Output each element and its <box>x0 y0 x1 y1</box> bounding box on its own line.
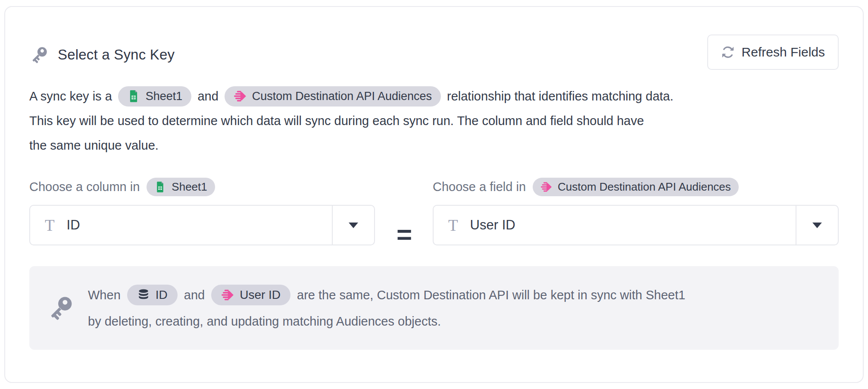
column-select-value-zone: T ID <box>30 206 332 245</box>
description-line-3: the same unique value. <box>29 133 839 158</box>
custom-destination-arrow-icon <box>221 289 234 301</box>
equals-sign: = <box>397 221 411 248</box>
description-prefix: A sync key is a <box>29 89 112 104</box>
caret-down-icon <box>349 223 358 228</box>
caret-down-icon <box>812 223 822 228</box>
column-picker-source-badge: Sheet1 <box>147 178 215 196</box>
column-picker-label: Choose a column in Sheet1 <box>29 178 375 196</box>
google-sheets-icon <box>127 90 140 103</box>
sync-key-pickers: Choose a column in Sheet1 Choose a field… <box>29 178 839 245</box>
field-key-badge-label: User ID <box>240 288 281 302</box>
column-select-caret-zone[interactable] <box>332 206 374 245</box>
panel-header: Select a Sync Key Refresh Fields <box>29 35 839 70</box>
refresh-fields-label: Refresh Fields <box>742 45 825 60</box>
field-select[interactable]: T User ID <box>433 205 839 245</box>
summary-line-2: by deleting, creating, and updating matc… <box>88 308 685 334</box>
field-picker-label: Choose a field in Custom Destination API… <box>433 178 839 196</box>
key-icon <box>29 45 49 65</box>
field-picker-destination-badge: Custom Destination API Audiences <box>533 178 739 196</box>
refresh-fields-button[interactable]: Refresh Fields <box>707 35 839 70</box>
description-suffix: relationship that identifies matching da… <box>447 89 674 104</box>
equals-cell: = <box>375 205 433 245</box>
page-title: Select a Sync Key <box>58 47 175 63</box>
column-key-badge-label: ID <box>156 288 168 302</box>
column-select[interactable]: T ID <box>29 205 375 245</box>
column-key-badge: ID <box>127 285 178 305</box>
source-badge: Sheet1 <box>118 86 192 107</box>
summary-prefix: When <box>88 288 121 302</box>
destination-badge: Custom Destination API Audiences <box>225 86 441 107</box>
database-icon <box>137 289 150 301</box>
refresh-icon <box>721 45 735 59</box>
google-sheets-icon <box>154 181 166 193</box>
field-select-caret-zone[interactable] <box>796 206 838 245</box>
column-picker-source-badge-label: Sheet1 <box>172 180 207 194</box>
field-picker-label-text: Choose a field in <box>433 180 526 194</box>
destination-badge-label: Custom Destination API Audiences <box>252 90 432 103</box>
text-type-icon: T <box>45 217 55 233</box>
field-key-badge: User ID <box>211 285 290 305</box>
field-select-value-zone: T User ID <box>434 206 796 245</box>
summary-suffix: are the same, Custom Destination API wil… <box>297 288 685 302</box>
summary-conjunction: and <box>184 288 205 302</box>
description-conjunction: and <box>197 89 218 104</box>
sync-key-description: A sync key is a Sheet1 and Custom Destin… <box>29 84 839 158</box>
custom-destination-arrow-icon <box>540 181 552 193</box>
field-picker-destination-badge-label: Custom Destination API Audiences <box>558 180 731 194</box>
title-group: Select a Sync Key <box>29 45 175 65</box>
source-badge-label: Sheet1 <box>146 90 183 103</box>
field-select-value: User ID <box>470 217 515 233</box>
column-picker-label-text: Choose a column in <box>29 180 140 194</box>
text-type-icon: T <box>448 217 458 233</box>
summary-line-1: When ID and User ID are the same, Custom… <box>88 282 685 308</box>
summary-text: When ID and User ID are the same, Custom… <box>88 282 685 334</box>
sync-key-panel: Select a Sync Key Refresh Fields A sync … <box>4 6 864 383</box>
sync-key-summary-box: When ID and User ID are the same, Custom… <box>29 266 839 350</box>
key-icon <box>47 294 75 322</box>
description-line-2: This key will be used to determine which… <box>29 109 839 133</box>
custom-destination-arrow-icon <box>234 90 247 103</box>
column-select-value: ID <box>67 217 80 233</box>
description-line-1: A sync key is a Sheet1 and Custom Destin… <box>29 84 839 109</box>
